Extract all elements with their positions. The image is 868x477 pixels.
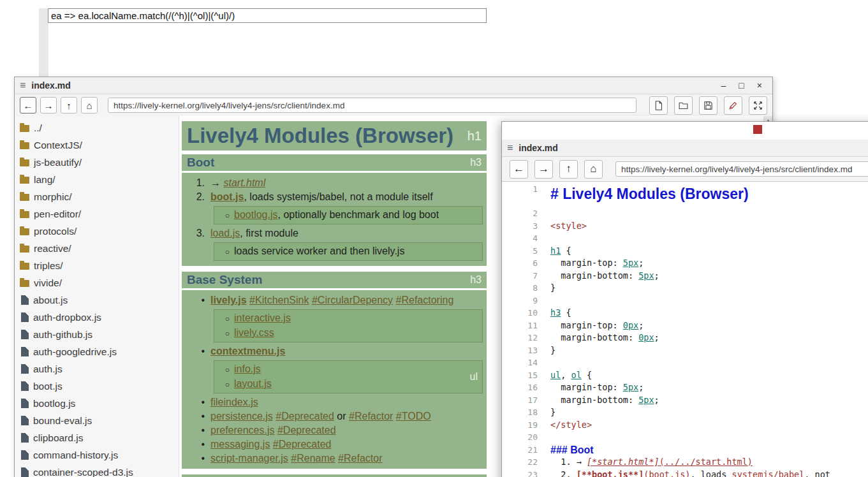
file-icon: [21, 467, 29, 477]
up-button[interactable]: ↑: [61, 97, 77, 114]
markdown-link[interactable]: #Deprecated: [276, 411, 334, 422]
file-name: bootlog.js: [33, 398, 75, 409]
markdown-link[interactable]: bootlog.js: [234, 209, 278, 220]
save-button[interactable]: [699, 96, 717, 115]
file-name: clipboard.js: [33, 432, 83, 444]
filter-expression-input[interactable]: [48, 8, 487, 23]
file-list-item[interactable]: bound-eval.js: [15, 412, 179, 429]
list-marker: •: [189, 437, 205, 451]
markdown-link[interactable]: script-manager.js: [210, 453, 288, 464]
back-button[interactable]: ←: [510, 160, 528, 179]
file-name: ../: [34, 122, 42, 134]
file-name: pen-editor/: [34, 209, 81, 220]
forward-button[interactable]: →: [534, 160, 553, 179]
code-segment: ,: [561, 370, 571, 380]
markdown-link[interactable]: #TODO: [396, 411, 431, 422]
code-line: 9: [502, 295, 868, 307]
close-button[interactable]: ×: [757, 81, 762, 90]
file-list-item[interactable]: auth-googledrive.js: [15, 343, 179, 360]
up-button[interactable]: ↑: [559, 160, 578, 179]
open-folder-button[interactable]: [674, 96, 693, 115]
markdown-link[interactable]: #Deprecated: [273, 439, 332, 450]
markdown-link[interactable]: interactive.js: [234, 312, 291, 323]
markdown-link[interactable]: #CircularDepency: [312, 295, 393, 305]
file-list-item[interactable]: boot.js: [15, 378, 179, 395]
markdown-link[interactable]: #Refactoring: [396, 295, 454, 305]
file-list-item[interactable]: triples/: [15, 257, 179, 274]
code-segment: 5px: [638, 395, 654, 405]
maximize-button[interactable]: □: [739, 81, 744, 90]
code-text: h1 {: [550, 245, 571, 258]
code-editor[interactable]: 1# Lively4 Modules (Browser)23<style>45h…: [502, 182, 868, 477]
markdown-link[interactable]: load.js: [210, 228, 240, 238]
markdown-link[interactable]: #KitchenSink: [249, 295, 309, 305]
file-list-item[interactable]: auth.js: [15, 360, 179, 378]
code-line: 2: [502, 207, 868, 220]
minimize-button[interactable]: –: [721, 81, 726, 90]
file-list-item[interactable]: container-scoped-d3.js: [15, 464, 179, 477]
code-line: 23 2. [**boot.js**](boot.js), loads syst…: [502, 469, 868, 477]
code-line: 12 margin-bottom: 0px;: [502, 332, 868, 344]
window2-titlebar[interactable]: ≡ index.md: [502, 140, 868, 157]
markdown-link[interactable]: #Refactor: [349, 411, 393, 422]
forward-button[interactable]: →: [40, 97, 57, 114]
file-list-item[interactable]: pen-editor/: [15, 205, 179, 223]
file-name: bound-eval.js: [33, 415, 92, 427]
file-list-item[interactable]: morphic/: [15, 188, 179, 205]
fullscreen-button[interactable]: [749, 96, 767, 115]
edit-button[interactable]: [724, 96, 742, 115]
code-segment: 0px: [638, 332, 654, 342]
home-button[interactable]: ⌂: [81, 97, 98, 114]
markdown-link[interactable]: start.html: [223, 177, 265, 188]
list-marker: •: [189, 451, 205, 466]
markdown-link[interactable]: preferences.js: [210, 425, 275, 436]
heading-text: Boot: [182, 154, 487, 171]
home-button[interactable]: ⌂: [584, 160, 603, 179]
markdown-link[interactable]: persistence.js: [210, 411, 273, 422]
markdown-link[interactable]: lively.js: [210, 295, 247, 305]
url-input[interactable]: [108, 98, 636, 113]
file-list-item[interactable]: vivide/: [15, 274, 179, 291]
markdown-link[interactable]: boot.js: [210, 191, 244, 202]
folder-icon: [20, 125, 29, 132]
back-icon: ←: [24, 100, 33, 111]
file-list-item[interactable]: about.js: [15, 291, 179, 309]
code-line: 1# Lively4 Modules (Browser): [502, 183, 868, 207]
markdown-link[interactable]: lively.css: [234, 327, 274, 338]
file-list-item[interactable]: protocols/: [15, 223, 179, 240]
file-list-item[interactable]: clipboard.js: [15, 429, 179, 446]
markdown-link[interactable]: info.js: [234, 363, 261, 374]
file-name: js-beautify/: [34, 157, 82, 168]
file-list-item[interactable]: lang/: [15, 171, 179, 188]
window1-titlebar[interactable]: ≡ index.md – □ ×: [15, 77, 772, 94]
line-number: 7: [502, 270, 538, 283]
file-list-item[interactable]: auth-dropbox.js: [15, 309, 179, 326]
line-number: 12: [502, 332, 538, 344]
file-list-item[interactable]: auth-github.js: [15, 326, 179, 343]
window-menu-icon[interactable]: ≡: [20, 80, 26, 91]
back-button[interactable]: ←: [20, 97, 36, 114]
url-input[interactable]: [615, 161, 868, 177]
markdown-link[interactable]: #Rename: [291, 453, 335, 464]
markdown-link[interactable]: messaging.js: [210, 439, 270, 450]
file-list-item[interactable]: ../: [15, 119, 179, 136]
file-list-item[interactable]: js-beautify/: [15, 154, 179, 171]
code-segment: # Lively4 Modules (Browser): [550, 186, 749, 202]
markdown-link[interactable]: #Deprecated: [277, 425, 336, 436]
line-number: 3: [502, 220, 538, 233]
markdown-link[interactable]: contextmenu.js: [210, 346, 285, 356]
file-list-item[interactable]: ContextJS/: [15, 136, 179, 154]
file-list-item[interactable]: reactive/: [15, 240, 179, 257]
line-number: 15: [502, 369, 538, 382]
window-menu-icon[interactable]: ≡: [507, 142, 513, 154]
file-name: ContextJS/: [34, 140, 82, 151]
markdown-link[interactable]: #Refactor: [338, 453, 382, 464]
folder-icon: [20, 194, 29, 201]
home-icon: ⌂: [590, 163, 596, 175]
new-file-button[interactable]: [649, 96, 668, 115]
file-list-item[interactable]: bootlog.js: [15, 395, 179, 412]
file-list-item[interactable]: command-history.js: [15, 446, 179, 464]
markdown-link[interactable]: fileindex.js: [210, 397, 258, 407]
markdown-link[interactable]: layout.js: [234, 378, 272, 389]
list-marker: 1.: [189, 176, 205, 190]
